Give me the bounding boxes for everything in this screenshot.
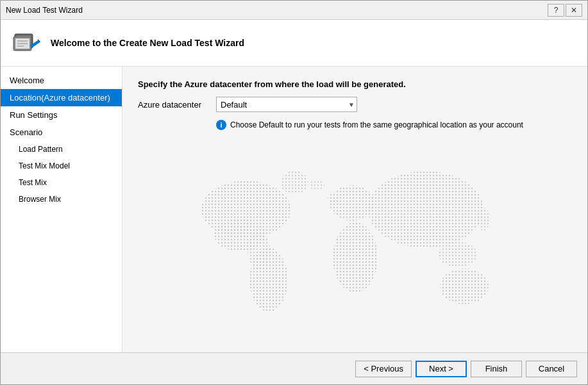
- wizard-window: New Load Test Wizard ? ✕ Welcome to the …: [0, 0, 588, 385]
- main-content: Specify the Azure datacenter from where …: [122, 67, 587, 352]
- finish-button[interactable]: Finish: [471, 361, 522, 377]
- close-button[interactable]: ✕: [566, 4, 582, 17]
- world-map-container: [138, 143, 572, 340]
- sidebar: Welcome Location(Azure datacenter) Run S…: [1, 67, 122, 352]
- info-text: Choose Default to run your tests from th…: [230, 120, 523, 129]
- datacenter-select[interactable]: Default East US West US North Europe Sou…: [216, 97, 357, 112]
- footer: < Previous Next > Finish Cancel: [1, 352, 587, 384]
- datacenter-row: Azure datacenter Default East US West US…: [138, 97, 572, 112]
- svg-point-14: [333, 222, 378, 293]
- header-title: Welcome to the Create New Load Test Wiza…: [51, 38, 244, 48]
- previous-button[interactable]: < Previous: [355, 361, 412, 377]
- svg-point-15: [368, 171, 483, 248]
- help-button[interactable]: ?: [548, 4, 564, 17]
- svg-point-19: [309, 180, 324, 190]
- datacenter-label: Azure datacenter: [138, 100, 208, 110]
- svg-point-17: [440, 268, 489, 304]
- svg-point-11: [280, 171, 308, 194]
- sidebar-item-run-settings[interactable]: Run Settings: [1, 106, 122, 124]
- header-area: Welcome to the Create New Load Test Wiza…: [1, 20, 587, 67]
- svg-point-16: [439, 242, 477, 267]
- svg-point-20: [328, 192, 338, 204]
- wizard-icon: [11, 28, 42, 58]
- sidebar-item-test-mix[interactable]: Test Mix: [1, 174, 122, 191]
- sidebar-item-browser-mix[interactable]: Browser Mix: [1, 191, 122, 208]
- next-button[interactable]: Next >: [416, 361, 467, 377]
- datacenter-select-wrapper: Default East US West US North Europe Sou…: [216, 97, 357, 112]
- content-area: Welcome Location(Azure datacenter) Run S…: [1, 67, 587, 352]
- title-bar: New Load Test Wizard ? ✕: [1, 1, 587, 20]
- sidebar-item-welcome[interactable]: Welcome: [1, 72, 122, 89]
- title-bar-buttons: ? ✕: [548, 4, 582, 17]
- sidebar-item-location[interactable]: Location(Azure datacenter): [1, 89, 122, 106]
- svg-point-18: [477, 208, 490, 231]
- info-icon: i: [216, 120, 226, 130]
- sidebar-item-scenario[interactable]: Scenario: [1, 124, 122, 141]
- main-title: Specify the Azure datacenter from where …: [138, 79, 572, 89]
- world-map: [169, 152, 541, 331]
- info-row: i Choose Default to run your tests from …: [216, 120, 572, 130]
- svg-point-13: [330, 185, 374, 221]
- window-title: New Load Test Wizard: [6, 6, 548, 15]
- sidebar-item-load-pattern[interactable]: Load Pattern: [1, 141, 122, 158]
- cancel-button[interactable]: Cancel: [526, 361, 577, 377]
- svg-point-12: [249, 248, 288, 312]
- sidebar-item-test-mix-model[interactable]: Test Mix Model: [1, 158, 122, 174]
